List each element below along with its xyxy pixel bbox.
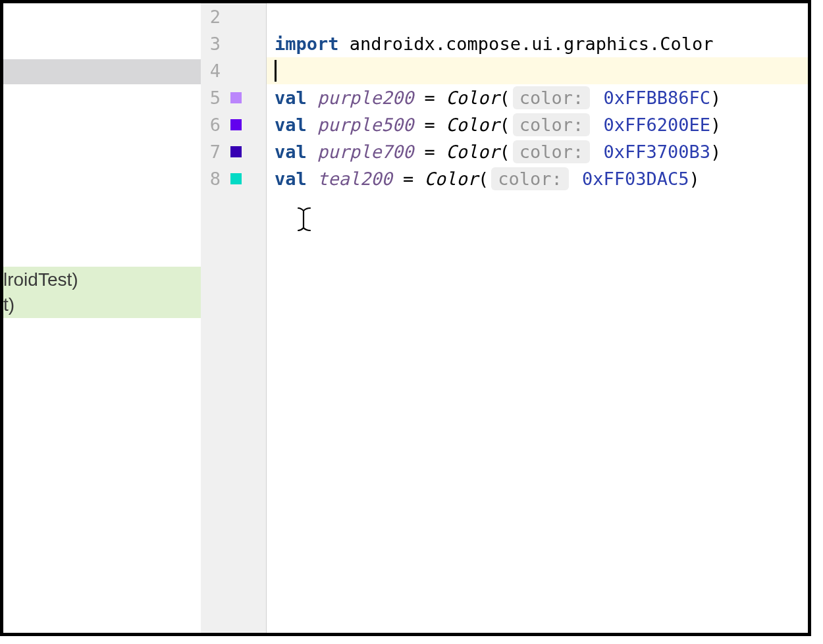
line-number: 6 (201, 115, 221, 135)
param-hint: color: (513, 86, 591, 109)
hex-literal: 0xFF03DAC5 (571, 169, 689, 189)
gutter-line[interactable]: 6 (201, 111, 266, 138)
code-line[interactable]: import androidx.compose.ui.graphics.Colo… (267, 30, 808, 57)
hex-literal: 0xFF6200EE (593, 115, 710, 135)
gutter-line[interactable]: 2 (201, 3, 266, 30)
keyword-val: val (275, 169, 307, 189)
var-purple200: purple200 (307, 88, 414, 108)
sidebar-test-sources[interactable]: lroidTest) t) (3, 267, 201, 318)
var-purple700: purple700 (307, 142, 414, 162)
class-color: Color (446, 88, 499, 108)
ide-window: lroidTest) t) 2 3 4 5 6 7 8 (0, 0, 811, 636)
gutter-line[interactable]: 8 (201, 165, 266, 192)
code-editor[interactable]: import androidx.compose.ui.graphics.Colo… (267, 3, 808, 633)
editor-gutter[interactable]: 2 3 4 5 6 7 8 (201, 3, 267, 633)
gutter-line[interactable]: 4 (201, 57, 266, 84)
hex-literal: 0xFFBB86FC (593, 88, 710, 108)
class-color: Color (446, 115, 499, 135)
var-teal200: teal200 (307, 169, 392, 189)
line-number: 3 (201, 34, 221, 54)
ibeam-cursor-icon (296, 206, 312, 238)
param-hint: color: (513, 140, 591, 163)
var-purple500: purple500 (307, 115, 414, 135)
line-number: 7 (201, 142, 221, 162)
hex-literal: 0xFF3700B3 (593, 142, 710, 162)
line-number: 5 (201, 88, 221, 108)
code-line[interactable] (267, 3, 808, 30)
code-line-current[interactable] (267, 57, 808, 84)
class-color: Color (446, 142, 499, 162)
keyword-val: val (275, 88, 307, 108)
keyword-val: val (275, 142, 307, 162)
line-number: 4 (201, 61, 221, 81)
import-path: androidx.compose.ui.graphics.Color (339, 34, 714, 54)
gutter-line[interactable]: 3 (201, 30, 266, 57)
class-color: Color (425, 169, 478, 189)
color-swatch-icon[interactable] (230, 146, 242, 157)
color-swatch-icon[interactable] (230, 173, 242, 184)
code-line[interactable]: val purple200 = Color(color: 0xFFBB86FC) (267, 84, 808, 111)
sidebar-selection-band[interactable] (3, 59, 201, 84)
gutter-line[interactable]: 5 (201, 84, 266, 111)
param-hint: color: (491, 167, 569, 190)
code-line[interactable]: val teal200 = Color(color: 0xFF03DAC5) (267, 165, 808, 192)
text-caret (275, 60, 277, 82)
code-line[interactable]: val purple700 = Color(color: 0xFF3700B3) (267, 138, 808, 165)
code-line[interactable]: val purple500 = Color(color: 0xFF6200EE) (267, 111, 808, 138)
keyword-val: val (275, 115, 307, 135)
color-swatch-icon[interactable] (230, 119, 242, 130)
line-number: 8 (201, 169, 221, 189)
param-hint: color: (513, 113, 591, 136)
keyword-import: import (275, 34, 339, 54)
sidebar-folder-androidtest[interactable]: lroidTest) (3, 267, 201, 292)
gutter-line[interactable]: 7 (201, 138, 266, 165)
project-sidebar[interactable]: lroidTest) t) (3, 3, 201, 633)
line-number: 2 (201, 7, 221, 27)
color-swatch-icon[interactable] (230, 92, 242, 103)
sidebar-folder-test[interactable]: t) (3, 292, 201, 317)
